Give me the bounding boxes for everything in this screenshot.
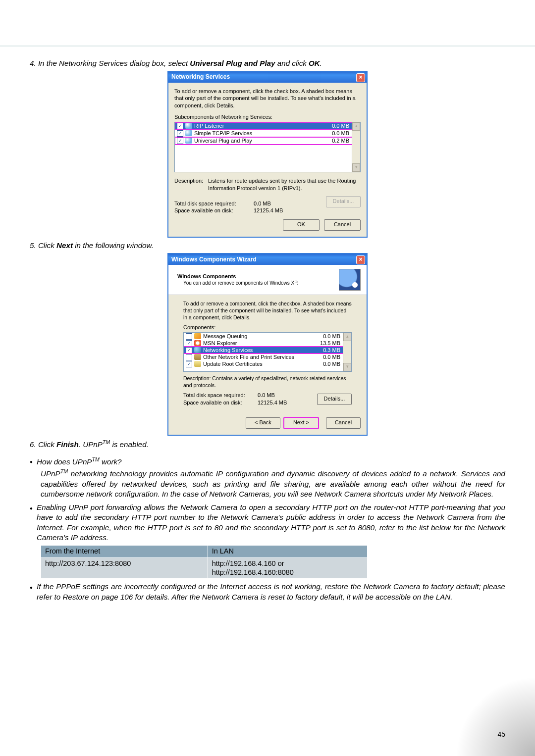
row-label: Networking Services: [203, 347, 253, 354]
step6-sup: TM: [103, 439, 110, 445]
back-button[interactable]: < Back: [246, 417, 280, 429]
scroll-up-icon[interactable]: ▴: [343, 333, 351, 341]
checkbox-icon[interactable]: [177, 138, 183, 144]
row-update-root-cert[interactable]: Update Root Certificates 0.0 MB: [184, 360, 351, 367]
fileprint-icon: [194, 354, 201, 360]
avail-label: Space available on disk:: [174, 207, 254, 214]
details-button: Details...: [326, 196, 361, 207]
td-internet: http://203.67.124.123:8080: [41, 557, 208, 579]
ok-button[interactable]: OK: [283, 219, 320, 231]
req-val: 0.0 MB: [258, 392, 275, 399]
q1-tail: work?: [100, 457, 122, 466]
q1-body-b: networking technology provides automatic…: [41, 469, 505, 498]
step6-a: 6. Click: [30, 440, 56, 449]
dialog2-intro: To add or remove a component, click the …: [183, 300, 352, 321]
step5-b: in the following window.: [73, 241, 154, 250]
row-size: 13.5 MB: [320, 340, 340, 347]
checkbox-icon[interactable]: [186, 347, 192, 353]
p3-text: If the PPPoE settings are incorrectly co…: [37, 582, 505, 602]
checkbox-icon[interactable]: [186, 340, 192, 347]
step4-bold1: Universal Plug and Play: [190, 59, 275, 67]
globe-icon: [339, 269, 361, 291]
dialog1-sublabel: Subcomponents of Networking Services:: [174, 113, 361, 121]
step6-b: . UPnP: [79, 440, 103, 449]
avail-val: 12125.4 MB: [254, 207, 283, 214]
row-simple-tcpip[interactable]: Simple TCP/IP Services 0.0 MB: [175, 130, 360, 137]
msgqueue-icon: [194, 333, 201, 339]
row-message-queuing[interactable]: Message Queuing 0.0 MB: [184, 333, 351, 340]
row-msn-explorer[interactable]: MSN Explorer 13.5 MB: [184, 340, 351, 347]
q1-lead: How does UPnP: [37, 457, 92, 466]
row-rip-listener[interactable]: RIP Listener 0.0 MB: [175, 122, 360, 130]
p2-text: Enabling UPnP port forwarding allows the…: [37, 503, 505, 543]
row-size: 0.0 MB: [323, 353, 340, 361]
step4-bold2: OK: [309, 59, 320, 67]
description-label: Description:: [174, 177, 208, 192]
p3-bullet: If the PPPoE settings are incorrectly co…: [30, 582, 505, 602]
row-other-network[interactable]: Other Network File and Print Services 0.…: [184, 353, 351, 360]
checkbox-icon[interactable]: [186, 333, 192, 340]
step5-text: 5. Click Next in the following window.: [30, 241, 505, 251]
step5-a: 5. Click: [30, 241, 56, 250]
scrollbar[interactable]: ▴ ▾: [343, 333, 351, 371]
avail-label: Space available on disk:: [183, 399, 258, 406]
q1-body: UPnPTM networking technology provides au…: [41, 468, 505, 500]
scrollbar[interactable]: ▴ ▾: [352, 122, 360, 172]
dialog1-title: Networking Services: [171, 73, 230, 81]
p2-bullet: Enabling UPnP port forwarding allows the…: [30, 503, 505, 543]
req-label: Total disk space required:: [174, 200, 254, 207]
dialog1-intro: To add or remove a component, click the …: [174, 88, 361, 110]
components-label: Components:: [183, 324, 352, 331]
msn-icon: [194, 340, 201, 346]
step6-text: 6. Click Finish. UPnPTM is enabled.: [30, 439, 505, 450]
titlebar: Networking Services ×: [168, 72, 367, 83]
cancel-button[interactable]: Cancel: [326, 417, 361, 429]
next-button[interactable]: Next >: [284, 417, 319, 429]
checkbox-icon[interactable]: [177, 130, 183, 137]
row-size: 0.0 MB: [332, 130, 349, 137]
scroll-up-icon[interactable]: ▴: [352, 122, 360, 131]
details-button[interactable]: Details...: [317, 394, 352, 405]
header-rule: [0, 46, 535, 47]
checkbox-icon[interactable]: [186, 354, 192, 360]
td-lan: http://192.168.4.160 or http://192.168.4…: [208, 557, 367, 579]
step4-b: and click: [275, 59, 309, 67]
req-label: Total disk space required:: [183, 392, 258, 399]
row-label: Universal Plug and Play: [194, 137, 252, 145]
page-gradient: [456, 677, 535, 756]
dialog2-title: Windows Components Wizard: [171, 255, 257, 263]
checkbox-icon[interactable]: [186, 361, 192, 367]
ip-address-table: From the Internet In LAN http://203.67.1…: [41, 545, 368, 579]
row-size: 0.3 MB: [323, 347, 340, 354]
page-number: 45: [497, 730, 505, 738]
row-label: Other Network File and Print Services: [203, 353, 294, 361]
subcomponents-listbox[interactable]: RIP Listener 0.0 MB Simple TCP/IP Servic…: [174, 122, 361, 172]
row-label: Message Queuing: [203, 333, 247, 340]
step4-a: 4. In the Networking Services dialog box…: [30, 59, 190, 67]
step4-c: .: [320, 59, 322, 67]
components-listbox[interactable]: Message Queuing 0.0 MB MSN Explorer 13.5…: [183, 332, 352, 372]
row-size: 0.0 MB: [323, 360, 340, 368]
row-upnp[interactable]: Universal Plug and Play 0.2 MB: [175, 137, 360, 145]
description-text: Listens for route updates sent by router…: [208, 177, 361, 192]
checkbox-icon[interactable]: [177, 123, 183, 129]
wizard-header: Windows Components You can add or remove…: [168, 265, 367, 295]
req-val: 0.0 MB: [254, 200, 271, 207]
th-internet: From the Internet: [41, 546, 208, 558]
step6-c: is enabled.: [110, 440, 149, 449]
wizard-head-sub: You can add or remove components of Wind…: [183, 280, 298, 287]
close-icon[interactable]: ×: [356, 255, 365, 264]
row-size: 0.2 MB: [332, 137, 349, 145]
q1-sup: TM: [92, 456, 99, 462]
certificate-icon: [194, 361, 201, 367]
step6-bold: Finish: [56, 440, 79, 449]
cancel-button[interactable]: Cancel: [324, 219, 361, 231]
row-label: Simple TCP/IP Services: [194, 130, 252, 137]
close-icon[interactable]: ×: [356, 73, 365, 82]
scroll-down-icon[interactable]: ▾: [352, 163, 360, 172]
q-upnp-work: How does UPnPTM work?: [30, 456, 505, 467]
dialog2-desc: Description: Contains a variety of speci…: [183, 375, 352, 389]
row-networking-services[interactable]: Networking Services 0.3 MB: [184, 347, 351, 353]
td-lan-a: http://192.168.4.160 or: [212, 559, 284, 567]
scroll-down-icon[interactable]: ▾: [343, 363, 351, 371]
